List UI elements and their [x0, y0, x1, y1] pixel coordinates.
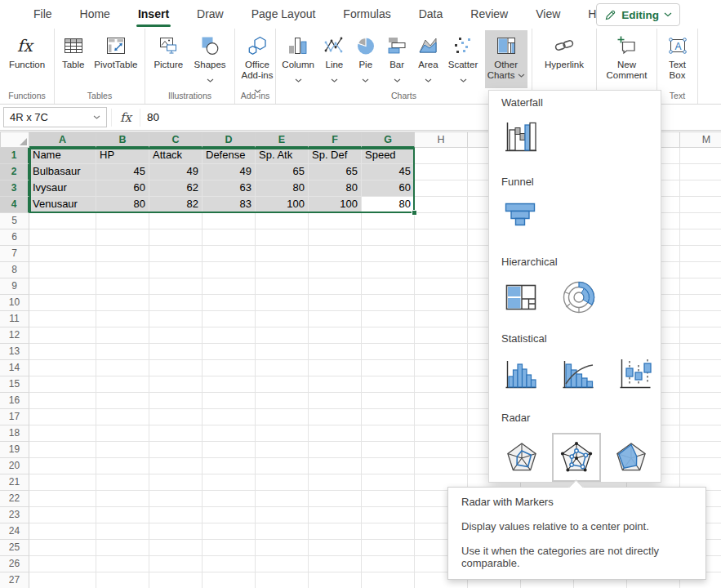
cell-E25[interactable]: [256, 540, 309, 556]
cell-M4[interactable]: [680, 197, 721, 213]
column-button[interactable]: Column: [280, 30, 316, 88]
row-header-10[interactable]: 10: [0, 295, 29, 311]
cell-D2[interactable]: 49: [203, 164, 256, 180]
menu-tab-view[interactable]: View: [522, 0, 574, 29]
cell-E23[interactable]: [256, 507, 309, 523]
cell-C9[interactable]: [149, 278, 203, 295]
cell-A3[interactable]: Ivysaur: [29, 180, 96, 197]
chart-type-waterfall[interactable]: [501, 118, 541, 157]
pie-button[interactable]: Pie: [353, 30, 379, 88]
cell-F8[interactable]: [309, 262, 362, 278]
cell-A4[interactable]: Venusaur: [29, 197, 96, 213]
cell-B19[interactable]: [96, 442, 149, 458]
bar-button[interactable]: Bar: [384, 30, 410, 88]
cell-E26[interactable]: [256, 556, 309, 572]
row-header-27[interactable]: 27: [0, 572, 29, 588]
cell-D12[interactable]: [203, 327, 256, 344]
cell-A1[interactable]: Name: [29, 148, 96, 164]
column-header-b[interactable]: B: [96, 131, 149, 148]
cell-B4[interactable]: 80: [96, 197, 149, 213]
chart-type-pareto[interactable]: [559, 354, 598, 394]
cell-H5[interactable]: [415, 213, 468, 229]
cell-M8[interactable]: [680, 262, 721, 278]
cell-D4[interactable]: 83: [203, 197, 256, 213]
cell-M16[interactable]: [680, 393, 721, 409]
cell-C26[interactable]: [149, 556, 203, 572]
cell-H6[interactable]: [415, 229, 468, 246]
cell-E15[interactable]: [256, 376, 309, 393]
cell-G22[interactable]: [362, 491, 415, 507]
chart-type-histogram[interactable]: [501, 354, 541, 394]
cell-F15[interactable]: [309, 376, 362, 393]
cell-B20[interactable]: [96, 458, 149, 474]
cell-D3[interactable]: 63: [203, 180, 256, 197]
cell-C18[interactable]: [149, 425, 203, 442]
cell-M20[interactable]: [680, 458, 721, 474]
cell-C12[interactable]: [149, 327, 203, 344]
cell-M14[interactable]: [680, 360, 721, 376]
cell-B23[interactable]: [96, 507, 149, 523]
cell-B8[interactable]: [96, 262, 149, 278]
new-comment-button[interactable]: New Comment: [603, 30, 652, 88]
cell-B1[interactable]: HP: [96, 148, 149, 164]
cell-C27[interactable]: [149, 572, 203, 588]
cell-G11[interactable]: [362, 311, 415, 327]
cell-G20[interactable]: [362, 458, 415, 474]
cell-E22[interactable]: [256, 491, 309, 507]
menu-tab-file[interactable]: File: [20, 0, 66, 29]
cell-F3[interactable]: 80: [309, 180, 362, 197]
cell-F14[interactable]: [309, 360, 362, 376]
column-header-d[interactable]: D: [203, 131, 256, 148]
cell-A20[interactable]: [29, 458, 96, 474]
cell-C14[interactable]: [149, 360, 203, 376]
cell-E11[interactable]: [256, 311, 309, 327]
cell-A5[interactable]: [29, 213, 96, 229]
cell-D1[interactable]: Defense: [203, 148, 256, 164]
cell-C13[interactable]: [149, 344, 203, 360]
cell-C5[interactable]: [149, 213, 203, 229]
cell-C19[interactable]: [149, 442, 203, 458]
cell-F16[interactable]: [309, 393, 362, 409]
menu-tab-data[interactable]: Data: [405, 0, 457, 29]
chart-type-radar-with-markers[interactable]: [552, 433, 601, 482]
cell-A8[interactable]: [29, 262, 96, 278]
cell-E7[interactable]: [256, 246, 309, 262]
cell-E27[interactable]: [256, 572, 309, 588]
cell-E4[interactable]: 100: [256, 197, 309, 213]
cell-E8[interactable]: [256, 262, 309, 278]
cell-D27[interactable]: [203, 572, 256, 588]
cell-A2[interactable]: Bulbasaur: [29, 164, 96, 180]
cell-H17[interactable]: [415, 409, 468, 425]
cell-D23[interactable]: [203, 507, 256, 523]
cell-G8[interactable]: [362, 262, 415, 278]
cell-M10[interactable]: [680, 295, 721, 311]
cell-C17[interactable]: [149, 409, 203, 425]
cell-B26[interactable]: [96, 556, 149, 572]
cell-E17[interactable]: [256, 409, 309, 425]
cell-F24[interactable]: [309, 523, 362, 540]
select-all-corner[interactable]: [0, 131, 29, 148]
cell-H3[interactable]: [415, 180, 468, 197]
cell-D5[interactable]: [203, 213, 256, 229]
cell-G4[interactable]: 80: [362, 197, 415, 213]
cell-D16[interactable]: [203, 393, 256, 409]
row-header-25[interactable]: 25: [0, 540, 29, 556]
cell-A21[interactable]: [29, 474, 96, 491]
row-header-20[interactable]: 20: [0, 458, 29, 474]
cell-C22[interactable]: [149, 491, 203, 507]
cell-A27[interactable]: [29, 572, 96, 588]
cell-G25[interactable]: [362, 540, 415, 556]
cell-C10[interactable]: [149, 295, 203, 311]
row-header-23[interactable]: 23: [0, 507, 29, 523]
cell-G7[interactable]: [362, 246, 415, 262]
cell-H7[interactable]: [415, 246, 468, 262]
cell-F21[interactable]: [309, 474, 362, 491]
cell-B17[interactable]: [96, 409, 149, 425]
cell-G12[interactable]: [362, 327, 415, 344]
cell-A9[interactable]: [29, 278, 96, 295]
cell-C8[interactable]: [149, 262, 203, 278]
menu-tab-insert[interactable]: Insert: [124, 0, 183, 29]
cell-A7[interactable]: [29, 246, 96, 262]
cell-H19[interactable]: [415, 442, 468, 458]
cell-C23[interactable]: [149, 507, 203, 523]
